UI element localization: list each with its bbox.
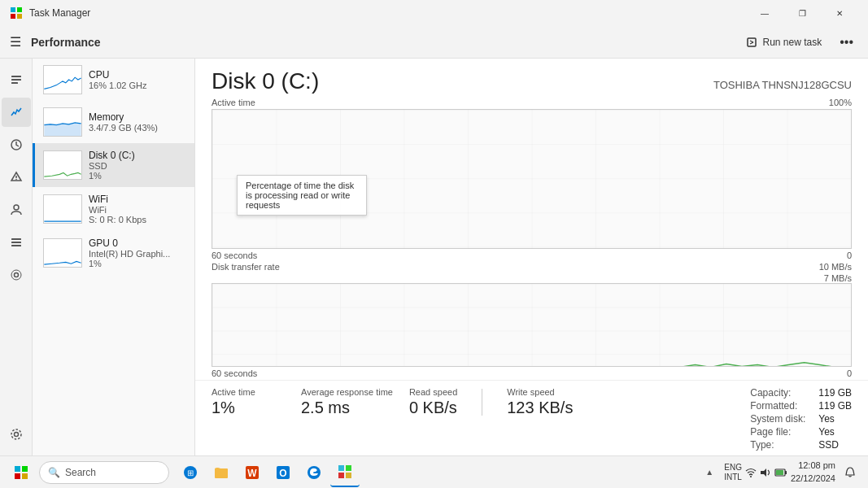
disk-title: Disk 0 (C:) [212, 68, 319, 94]
topbar-title: Performance [31, 36, 739, 49]
active-time-chart-section: Active time 100% [212, 98, 852, 262]
device-item-cpu[interactable]: CPU 16% 1.02 GHz [33, 59, 194, 101]
maximize-button[interactable]: ❐ [783, 0, 821, 26]
svg-rect-7 [11, 76, 21, 77]
response-time-label: Average response time [301, 387, 393, 397]
gpu0-name: GPU 0 [89, 237, 186, 249]
svg-rect-45 [785, 471, 787, 474]
taskbar: 🔍 Search ⊞ W O [0, 455, 868, 488]
svg-rect-39 [346, 465, 351, 471]
cpu-sub: 16% 1.02 GHz [89, 81, 186, 90]
more-options-icon[interactable]: ••• [835, 32, 858, 53]
taskbar-app-explorer[interactable] [207, 458, 236, 487]
svg-rect-17 [11, 245, 21, 246]
sidebar-btn-users[interactable] [2, 195, 31, 224]
disk0-thumb [43, 150, 82, 180]
device-item-memory[interactable]: Memory 3.4/7.9 GB (43%) [33, 101, 194, 143]
device-item-gpu0[interactable]: GPU 0 Intel(R) HD Graphi... 1% [33, 231, 194, 275]
system-tray[interactable]: ▲ [698, 461, 721, 484]
icon-sidebar [0, 59, 33, 455]
svg-rect-16 [11, 242, 21, 243]
chart1-max: 100% [829, 98, 852, 107]
svg-rect-2 [11, 14, 15, 19]
system-disk-value: Yes [818, 413, 852, 425]
chart2-labels: Disk transfer rate 10 MB/s [212, 262, 852, 272]
svg-rect-25 [15, 466, 20, 472]
disk-details: Capacity: 119 GB Formatted: 119 GB Syste… [750, 387, 852, 451]
svg-rect-8 [11, 79, 21, 81]
notification-bell[interactable] [839, 461, 861, 484]
system-clock[interactable]: 12:08 pm 22/12/2024 [791, 460, 835, 485]
response-time-value: 2.5 ms [301, 399, 393, 417]
memory-thumb [43, 107, 82, 137]
read-speed-label: Read speed [409, 387, 457, 397]
chart2-bottom-label: 60 seconds [212, 368, 257, 378]
active-time-tooltip: Percentage of time the disk is processin… [237, 175, 367, 216]
sidebar-btn-services[interactable] [2, 260, 31, 290]
region-label: INTL [724, 473, 742, 482]
close-button[interactable]: ✕ [821, 0, 858, 26]
chart1-right-label: 0 [847, 251, 852, 260]
sidebar-btn-startup[interactable] [2, 163, 31, 192]
taskbar-app-outlook[interactable]: O [268, 458, 298, 487]
taskbar-app-ms365[interactable]: W [238, 458, 267, 487]
topbar-actions: Run new task ••• [739, 32, 858, 53]
capacity-value: 119 GB [818, 387, 852, 399]
sidebar-btn-details[interactable] [2, 228, 31, 257]
svg-line-6 [750, 42, 753, 44]
write-speed-value: 123 KB/s [507, 399, 573, 417]
wifi-info: WiFi WiFi S: 0 R: 0 Kbps [89, 194, 186, 224]
run-task-label: Run new task [762, 37, 822, 48]
disk0-name: Disk 0 (C:) [89, 150, 186, 161]
svg-point-19 [11, 270, 21, 280]
menu-icon[interactable]: ☰ [10, 34, 21, 50]
cpu-info: CPU 16% 1.02 GHz [89, 69, 186, 90]
run-new-task-button[interactable]: Run new task [739, 33, 828, 51]
active-time-value: 1% [212, 399, 285, 417]
main-header: Disk 0 (C:) TOSHIBA THNSNJ128GCSU [195, 59, 868, 98]
titlebar: Task Manager — ❐ ✕ [0, 0, 868, 26]
chart1-bottom: 60 seconds 0 [212, 249, 852, 262]
page-file-label: Page file: [750, 426, 805, 438]
svg-point-20 [14, 433, 18, 437]
chart1-labels: Active time 100% [212, 98, 852, 107]
lang-indicator[interactable]: ENG INTL [724, 463, 742, 482]
minimize-button[interactable]: — [746, 0, 783, 26]
start-button[interactable] [7, 458, 36, 487]
search-box[interactable]: 🔍 Search [39, 461, 169, 484]
device-item-wifi[interactable]: WiFi WiFi S: 0 R: 0 Kbps [33, 187, 194, 231]
wifi-thumb [43, 194, 82, 224]
chart1-label: Active time [212, 98, 255, 107]
sidebar-btn-processes[interactable] [2, 65, 31, 94]
taskbar-app-taskmanager[interactable] [330, 458, 360, 487]
svg-rect-15 [11, 238, 21, 240]
disk0-sub1: SSD [89, 161, 186, 171]
transfer-rate-chart-section: Disk transfer rate 10 MB/s 7 MB/s [212, 262, 852, 380]
cpu-thumb [43, 65, 82, 94]
sidebar-btn-settings[interactable] [2, 420, 31, 449]
chart2-max: 10 MB/s [819, 262, 852, 272]
battery-indicator[interactable] [774, 467, 787, 478]
write-speed-label: Write speed [507, 387, 573, 397]
svg-point-14 [14, 205, 19, 210]
disk0-sub2: 1% [89, 171, 186, 181]
wifi-name: WiFi [89, 194, 186, 205]
gpu0-sub1: Intel(R) HD Graphi... [89, 249, 186, 259]
svg-rect-28 [22, 473, 28, 479]
volume-control[interactable] [760, 467, 771, 478]
taskbar-app-store[interactable]: ⊞ [176, 458, 205, 487]
taskbar-app-edge[interactable] [299, 458, 329, 487]
wifi-status[interactable] [745, 467, 757, 478]
sidebar-btn-performance[interactable] [2, 98, 31, 127]
svg-point-18 [14, 273, 18, 277]
svg-point-13 [15, 179, 17, 181]
taskbar-right: ▲ ENG INTL 12:08 pm 22/12/2024 [698, 460, 861, 485]
chart2-label: Disk transfer rate [212, 262, 280, 272]
read-speed-value: 0 KB/s [409, 399, 457, 417]
svg-text:⊞: ⊞ [187, 468, 194, 477]
active-time-label: Active time [212, 387, 285, 397]
sidebar-btn-history[interactable] [2, 130, 31, 159]
svg-rect-26 [22, 466, 28, 472]
device-item-disk0[interactable]: Disk 0 (C:) SSD 1% [33, 143, 194, 187]
disk0-info: Disk 0 (C:) SSD 1% [89, 150, 186, 181]
